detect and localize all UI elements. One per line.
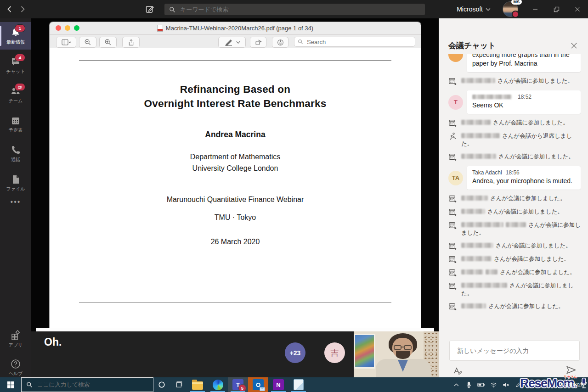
taskbar-notepad-icon[interactable] xyxy=(288,377,309,392)
presenter-video-tile[interactable] xyxy=(354,331,439,377)
sidebar-item-label: 予定表 xyxy=(9,128,23,133)
forward-arrow-icon[interactable] xyxy=(18,5,27,13)
teams-meeting-window: Microsoft MS 1 最新情報 xyxy=(0,0,588,392)
taskbar-onenote-icon[interactable]: N xyxy=(268,377,288,392)
slide-venue: TMU · Tokyo xyxy=(50,213,421,222)
sidebar-item-teams[interactable]: @ チーム xyxy=(0,81,31,108)
pdf-window-title: Macrina-TMU-Webinar-2020March26.pdf (pag… xyxy=(157,25,313,32)
participant-initial-avatar[interactable]: 吉 xyxy=(324,342,345,363)
mac-traffic-lights xyxy=(56,25,79,31)
tray-battery-icon[interactable] xyxy=(475,377,487,392)
chat-event-join: さんが会議に参加しました。 xyxy=(448,302,581,311)
user-avatar[interactable]: MS xyxy=(503,1,518,17)
calendar-plus-icon xyxy=(448,242,457,250)
tray-volume-muted-icon[interactable] xyxy=(500,377,512,392)
sidebar-item-activity[interactable]: 1 最新情報 xyxy=(0,22,31,50)
event-text: さんが会議に参加しました。 xyxy=(500,269,576,275)
rotate-button[interactable] xyxy=(250,37,266,48)
tenant-switcher[interactable]: Microsoft xyxy=(457,0,491,18)
task-view-button[interactable] xyxy=(170,377,187,392)
sidebar-item-apps[interactable]: アプリ xyxy=(0,325,31,353)
sidebar-item-chat[interactable]: 4 チャット xyxy=(0,51,31,79)
file-icon xyxy=(10,174,21,185)
minimize-button[interactable] xyxy=(525,0,546,18)
taskbar-teams-icon[interactable]: T 5 xyxy=(228,377,248,392)
redacted-name xyxy=(461,196,488,201)
avatar: TA xyxy=(448,171,463,185)
phone-icon xyxy=(10,145,21,156)
overflow-participants-badge[interactable]: +23 xyxy=(285,342,305,363)
pdf-preview-window: Macrina-TMU-Webinar-2020March26.pdf (pag… xyxy=(50,22,421,328)
new-message-box[interactable] xyxy=(449,341,580,361)
pdf-toolbar xyxy=(50,35,421,49)
taskbar-clock[interactable]: 2020/03/26 xyxy=(549,381,588,388)
sidebar-item-help[interactable]: ヘルプ xyxy=(0,353,31,381)
mac-minimize-icon[interactable] xyxy=(65,25,70,31)
chat-event-leave: さんが会話から退席しました。 xyxy=(448,132,581,148)
calendar-plus-icon xyxy=(448,208,457,216)
teams-people-icon: @ xyxy=(10,86,21,97)
message-bubble: Taka Adachi18:56 Andrea, your microphone… xyxy=(467,166,581,190)
tray-wifi-icon[interactable] xyxy=(487,377,500,392)
avatar xyxy=(448,54,463,62)
sidebar-item-files[interactable]: ファイル xyxy=(0,169,31,196)
org-badge: MS xyxy=(511,0,522,5)
shared-screen-edge xyxy=(36,328,434,331)
chat-message-list[interactable]: expecting more graphs than in the paper … xyxy=(439,54,588,333)
calendar-plus-icon xyxy=(448,302,457,311)
apps-grid-icon xyxy=(10,330,21,341)
tray-close-circle-icon[interactable]: ✕ xyxy=(525,377,537,392)
tray-pen-icon[interactable] xyxy=(512,377,525,392)
taskbar-outlook-icon[interactable]: O xyxy=(248,377,268,392)
close-window-button[interactable] xyxy=(567,0,588,18)
mac-zoom-icon[interactable] xyxy=(74,25,79,31)
taskbar-edge-icon[interactable] xyxy=(208,377,228,392)
outlook-app-icon: O xyxy=(253,379,264,390)
new-chat-icon[interactable] xyxy=(145,5,154,14)
send-message-icon[interactable] xyxy=(566,365,576,375)
tray-app-dark-icon[interactable] xyxy=(537,377,549,392)
event-text: さんが会議に参加しました。 xyxy=(487,208,563,215)
presenter-beard xyxy=(396,351,410,359)
teams-search-input[interactable] xyxy=(179,6,420,13)
zoom-out-button[interactable] xyxy=(79,37,96,48)
calendar-plus-icon xyxy=(448,269,457,277)
restore-button[interactable] xyxy=(546,0,567,18)
sidebar-toggle-button[interactable] xyxy=(56,37,76,48)
cortana-button[interactable] xyxy=(153,377,170,392)
tray-chevron-up-icon[interactable] xyxy=(450,377,463,392)
onenote-app-icon: N xyxy=(273,379,284,390)
chat-event-join: さんが会議に参加しました。 xyxy=(448,255,581,263)
meeting-chat-panel: 会議チャット expecting more graphs than in the… xyxy=(439,18,588,377)
taskbar-file-explorer-icon[interactable] xyxy=(187,377,208,392)
mac-close-icon[interactable] xyxy=(56,25,61,31)
activity-badge: 1 xyxy=(15,24,25,32)
avatar: T xyxy=(448,95,463,110)
teams-search-bar[interactable] xyxy=(164,4,425,15)
redacted-name xyxy=(461,120,491,125)
windows-search-input[interactable] xyxy=(36,381,148,388)
share-button[interactable] xyxy=(122,37,140,48)
format-icon[interactable] xyxy=(453,366,462,375)
zoom-in-button[interactable] xyxy=(99,37,117,48)
start-button[interactable] xyxy=(0,377,21,392)
markup-pen-button[interactable] xyxy=(218,37,246,48)
chat-event-join: さんが会議に参加しました。 xyxy=(448,195,581,203)
chat-message: expecting more graphs than in the paper … xyxy=(448,54,581,72)
sidebar-item-label: ヘルプ xyxy=(9,371,23,376)
new-message-input[interactable] xyxy=(456,347,573,355)
tray-microphone-icon[interactable] xyxy=(463,377,475,392)
markup-toolbar-button[interactable] xyxy=(272,37,288,48)
more-apps-ellipsis[interactable]: ••• xyxy=(0,196,31,207)
calendar-plus-icon xyxy=(448,221,457,230)
pdf-search-input[interactable] xyxy=(306,38,412,46)
folder-icon xyxy=(192,381,203,390)
sidebar-item-calls[interactable]: 通話 xyxy=(0,140,31,167)
close-panel-icon[interactable] xyxy=(571,42,578,50)
windows-search-box[interactable] xyxy=(21,377,153,392)
pdf-search-field[interactable] xyxy=(294,37,415,47)
sidebar-item-calendar[interactable]: 予定表 xyxy=(0,110,31,138)
back-arrow-icon[interactable] xyxy=(6,5,14,13)
message-time: 18:52 xyxy=(518,94,531,100)
redacted-name xyxy=(461,209,485,214)
